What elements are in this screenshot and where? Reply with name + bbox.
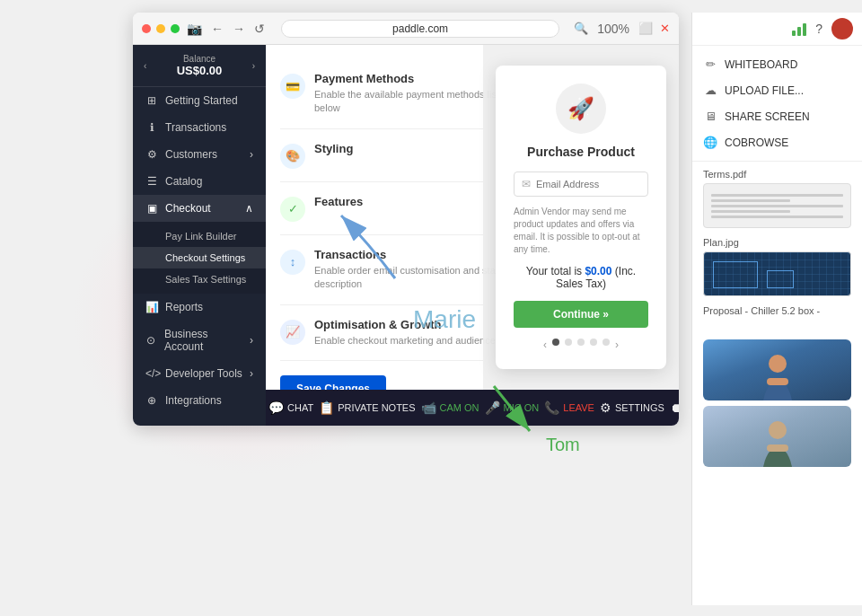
bar-1	[792, 31, 796, 36]
next-arrow[interactable]: ›	[615, 339, 619, 351]
chevron-icon-customers: ›	[250, 148, 253, 161]
sidebar-label-dev: Developer Tools	[165, 367, 242, 380]
sidebar-item-checkout[interactable]: ▣ Checkout ∧	[133, 195, 266, 222]
save-changes-button[interactable]: Save Changes	[280, 375, 386, 390]
whiteboard-menu-item[interactable]: ✏ WHITEBOARD	[692, 51, 862, 77]
chat-label: CHAT	[287, 402, 313, 413]
chat-icon: 💬	[268, 400, 284, 415]
sidebar-label-reports: Reports	[165, 301, 203, 313]
styling-title: Styling	[314, 142, 353, 155]
bar-3	[803, 23, 806, 36]
sidebar-label-customers: Customers	[165, 148, 217, 161]
email-icon: ✉	[522, 178, 531, 190]
file-plan-jpg: Plan.jpg	[703, 237, 851, 296]
share-screen-menu-item[interactable]: 🖥 SHARE SCREEN	[692, 103, 862, 129]
getting-started-icon: ⊞	[145, 94, 158, 107]
dot-1[interactable]	[552, 339, 559, 346]
right-chevron[interactable]: ›	[252, 61, 255, 71]
display-icon[interactable]: ⬜	[638, 22, 653, 36]
sidebar-item-transactions[interactable]: ℹ Transactions	[133, 114, 266, 141]
pdf-line-4	[711, 210, 790, 213]
dev-icon: </>	[145, 367, 158, 380]
minimize-btn[interactable]	[156, 24, 165, 33]
participant-name-marie: Marie	[413, 305, 476, 334]
customers-icon: ⚙	[145, 148, 158, 161]
settings-label: SETTINGS	[615, 402, 664, 413]
url-bar[interactable]: paddle.com	[281, 20, 559, 38]
maximize-btn[interactable]	[171, 24, 180, 33]
pdf-line-3	[711, 205, 843, 207]
close-icon[interactable]: ✕	[660, 22, 670, 36]
file-terms-thumb[interactable]	[703, 183, 851, 228]
cam-label: CAM ON	[440, 402, 479, 413]
sidebar-item-developer-tools[interactable]: </> Developer Tools ›	[133, 360, 266, 387]
signal-bars	[792, 22, 806, 36]
refresh-icon[interactable]: ↺	[254, 22, 265, 36]
pdf-line-1	[711, 194, 843, 197]
checkout-card: 🚀 Purchase Product ✉ Admin Vendor may se…	[496, 66, 666, 369]
sidebar-label-getting-started: Getting Started	[165, 94, 238, 107]
dot-4[interactable]	[590, 339, 597, 346]
dot-2[interactable]	[565, 339, 572, 346]
avatar	[831, 18, 853, 40]
right-panel: ? ✏ WHITEBOARD ☁ UPLOAD FILE... 🖥 SHARE …	[691, 13, 862, 605]
file-plan-thumb[interactable]	[703, 251, 851, 296]
balance-value: US$0.00	[146, 64, 251, 77]
file-plan-name: Plan.jpg	[703, 237, 851, 248]
svg-rect-3	[767, 444, 788, 452]
checkout-email-field[interactable]: ✉	[514, 172, 648, 197]
back-icon[interactable]: ←	[211, 22, 224, 36]
share-screen-icon: 🖥	[703, 110, 717, 123]
forward-icon[interactable]: →	[233, 22, 245, 36]
toolbar-chat[interactable]: 💬 CHAT	[268, 400, 313, 415]
sidebar-item-pay-link-builder[interactable]: Pay Link Builder	[133, 225, 266, 247]
sidebar-item-business-account[interactable]: ⊙ Business Account ›	[133, 321, 266, 360]
svg-point-0	[769, 355, 787, 373]
sidebar-item-checkout-settings[interactable]: Checkout Settings	[133, 247, 266, 268]
sidebar-item-customers[interactable]: ⚙ Customers ›	[133, 141, 266, 168]
whiteboard-label: WHITEBOARD	[725, 58, 797, 71]
sidebar-item-integrations[interactable]: ⊕ Integrations	[133, 387, 266, 414]
sidebar-item-sales-tax-settings[interactable]: Sales Tax Settings	[133, 268, 266, 290]
reports-icon: 📊	[145, 301, 158, 313]
person-silhouette-man	[760, 418, 796, 467]
mic-icon: 🎤	[485, 400, 500, 415]
cam-icon: 📹	[421, 400, 436, 415]
toolbar-private-notes[interactable]: 📋 PRIVATE NOTES	[319, 400, 415, 415]
video-thumb-woman	[703, 339, 851, 400]
continue-button[interactable]: Continue »	[514, 301, 648, 328]
sidebar-item-getting-started[interactable]: ⊞ Getting Started	[133, 87, 266, 114]
prev-arrow[interactable]: ‹	[543, 339, 547, 351]
dot-3[interactable]	[577, 339, 585, 346]
toolbar-recordings[interactable]: ⏺ RECORDINGS	[670, 400, 679, 415]
camera-icon[interactable]: 📷	[187, 22, 202, 36]
toolbar-cam-on[interactable]: 📹 CAM ON	[421, 400, 479, 415]
share-screen-label: SHARE SCREEN	[725, 110, 810, 123]
svg-point-2	[769, 421, 787, 439]
pdf-line-5	[711, 216, 843, 218]
toolbar-mic-on[interactable]: 🎤 MIC ON	[485, 400, 540, 415]
private-notes-icon: 📋	[319, 400, 334, 415]
leave-label: LEAVE	[563, 402, 594, 413]
sidebar: ‹ Balance US$0.00 › ⊞ Getting Started ℹ …	[133, 45, 266, 426]
sidebar-item-reports[interactable]: 📊 Reports	[133, 294, 266, 321]
chevron-icon-dev: ›	[250, 367, 253, 380]
sidebar-label-catalog: Catalog	[165, 175, 202, 188]
cobrowse-menu-item[interactable]: 🌐 COBROWSE	[692, 129, 862, 155]
toolbar-leave[interactable]: 📞 LEAVE	[544, 400, 594, 415]
close-btn[interactable]	[142, 24, 151, 33]
help-icon[interactable]: ?	[815, 22, 822, 36]
sidebar-item-catalog[interactable]: ☰ Catalog	[133, 168, 266, 195]
upload-file-menu-item[interactable]: ☁ UPLOAD FILE...	[692, 77, 862, 103]
sidebar-label-integrations: Integrations	[165, 394, 222, 407]
bottom-toolbar: 💬 CHAT 📋 PRIVATE NOTES 📹 CAM ON 🎤 MIC ON…	[266, 390, 679, 426]
transactions-icon: ℹ	[145, 121, 158, 134]
styling-icon: 🎨	[280, 144, 305, 169]
toolbar-settings[interactable]: ⚙ SETTINGS	[600, 400, 664, 415]
dot-5[interactable]	[603, 339, 610, 346]
checkout-title: Purchase Product	[514, 145, 648, 159]
email-input[interactable]	[536, 179, 640, 189]
search-icon[interactable]: 🔍	[574, 22, 588, 36]
file-terms-pdf: Terms.pdf	[703, 169, 851, 228]
participant-name-tom: Tom	[546, 435, 580, 455]
